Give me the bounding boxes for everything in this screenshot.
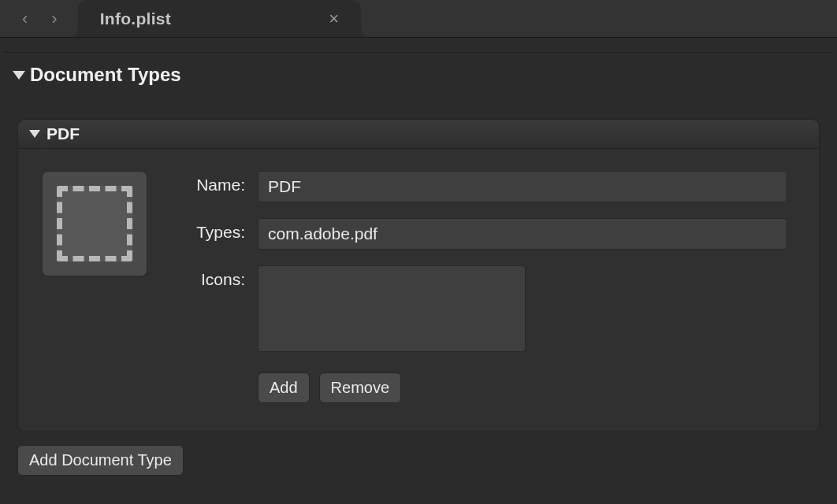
icons-well[interactable] [258,265,526,352]
disclosure-triangle-icon[interactable] [13,71,25,80]
back-arrow-icon[interactable]: ‹ [22,9,28,29]
disclosure-triangle-icon[interactable] [29,130,40,138]
close-icon[interactable]: × [329,10,339,28]
document-type-panel: PDF Name: Types: Icons: Add Remove [17,119,820,432]
name-field[interactable] [258,171,787,202]
form-rows: Name: Types: Icons: Add Remove [166,171,787,403]
document-type-title: PDF [46,124,80,143]
button-row: Add Remove [258,372,787,403]
add-button[interactable]: Add [258,372,310,403]
content-area: Document Types PDF Name: Types: Icons: A… [0,38,837,488]
name-label: Name: [166,171,245,195]
nav-arrows: ‹ › [0,9,70,29]
divider [3,52,834,53]
tab-title: Info.plist [100,9,172,28]
section-title: Document Types [30,64,181,86]
section-header[interactable]: Document Types [3,61,834,89]
document-type-header[interactable]: PDF [18,120,819,149]
remove-button[interactable]: Remove [319,372,401,403]
icons-label: Icons: [166,265,245,289]
icon-placeholder-icon [57,186,132,261]
footer-row: Add Document Type [17,445,834,476]
forward-arrow-icon[interactable]: › [51,9,57,29]
types-label: Types: [166,218,245,242]
add-document-type-button[interactable]: Add Document Type [17,445,184,476]
editor-tab[interactable]: Info.plist × [78,0,361,37]
toolbar: ‹ › Info.plist × [0,0,837,38]
types-field[interactable] [258,218,787,250]
document-type-body: Name: Types: Icons: Add Remove [18,149,819,432]
icon-well[interactable] [42,171,147,276]
